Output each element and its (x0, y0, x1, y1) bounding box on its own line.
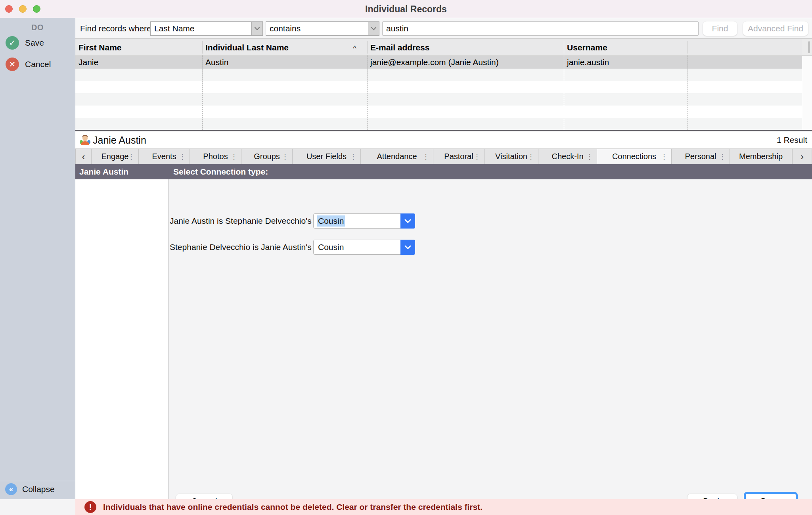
table-scroll-corner (802, 38, 812, 56)
tab-label: Personal (685, 152, 716, 161)
table-row-empty (75, 118, 802, 130)
tab-label: Groups (254, 152, 280, 161)
connection-type-combo-2[interactable]: Cousin (313, 240, 415, 255)
tab-label: Check-In (552, 152, 583, 161)
record-tab-bar: ‹ Engage⋮ Events⋮ Photos⋮ Groups⋮ User F… (75, 149, 812, 164)
sidebar-item-cancel[interactable]: ✕ Cancel (0, 54, 75, 75)
column-header-first-name[interactable]: First Name (75, 39, 202, 56)
tab-user-fields[interactable]: User Fields⋮ (293, 149, 361, 164)
tab-label: Engage (102, 152, 129, 161)
find-bar: Find records where Last Name contains Fi… (75, 18, 812, 38)
tab-label: User Fields (306, 152, 347, 161)
tab-menu-icon[interactable]: ⋮ (586, 152, 593, 161)
tab-menu-icon[interactable]: ⋮ (230, 152, 237, 161)
tab-label: Events (152, 152, 176, 161)
tab-menu-icon[interactable]: ⋮ (527, 152, 534, 161)
find-button[interactable]: Find (703, 21, 737, 36)
tabs-scroll-left-button[interactable]: ‹ (75, 149, 92, 164)
alert-icon: ! (84, 501, 96, 513)
tab-check-in[interactable]: Check-In⋮ (538, 149, 597, 164)
cell-username: janie.austin (564, 56, 687, 69)
cancel-label: Cancel (25, 60, 51, 69)
chevron-down-icon[interactable] (400, 240, 415, 255)
section-bar: Janie Austin Select Connection type: (75, 164, 812, 179)
table-row-empty (75, 81, 802, 93)
tab-photos[interactable]: Photos⋮ (190, 149, 241, 164)
column-header-last-name[interactable]: Individual Last Name (202, 39, 353, 56)
save-label: Save (25, 38, 44, 48)
find-records-where-label: Find records where (80, 18, 151, 38)
table-row-selected[interactable]: Janie Austin janie@example.com (Janie Au… (75, 56, 802, 69)
status-bar: ! Individuals that have online credentia… (75, 499, 812, 515)
table-row-empty (75, 93, 802, 106)
connection-type-value-2: Cousin (317, 242, 345, 253)
window-titlebar: Individual Records (0, 0, 812, 18)
tab-label: Membership (739, 152, 783, 161)
status-message: Individuals that have online credentials… (103, 502, 483, 512)
cancel-x-icon: ✕ (6, 58, 19, 71)
tab-menu-icon[interactable]: ⋮ (719, 152, 726, 161)
double-chevron-left-icon: « (5, 483, 17, 495)
tab-label: Pastoral (444, 152, 473, 161)
column-header-username[interactable]: Username (564, 39, 687, 56)
tab-menu-icon[interactable]: ⋮ (473, 152, 481, 161)
connection-type-value-1: Cousin (317, 215, 345, 227)
section-title: Select Connection type: (173, 164, 268, 179)
column-header-empty[interactable] (687, 39, 802, 56)
tab-visitation[interactable]: Visitation⋮ (485, 149, 538, 164)
connections-list-panel (75, 179, 169, 499)
results-table: First Name Individual Last Name ^ E-mail… (75, 38, 812, 131)
tab-menu-icon[interactable]: ⋮ (282, 152, 289, 161)
tab-pastoral[interactable]: Pastoral⋮ (433, 149, 485, 164)
advanced-find-button[interactable]: Advanced Find (743, 21, 808, 36)
section-record-name: Janie Austin (79, 164, 128, 179)
tab-label: Attendance (377, 152, 417, 161)
table-vertical-scrollbar[interactable] (802, 56, 812, 130)
find-operator-value: contains (266, 24, 368, 33)
find-field-value: Last Name (151, 24, 251, 33)
sidebar: DO ✓ Save ✕ Cancel (0, 18, 75, 499)
tabs-scroll-right-button[interactable]: › (792, 149, 812, 164)
chevron-down-icon (368, 22, 379, 35)
result-count: 1 Result (777, 131, 807, 149)
tab-menu-icon[interactable]: ⋮ (661, 152, 668, 161)
chevron-down-icon[interactable] (400, 213, 415, 229)
save-check-icon: ✓ (6, 36, 19, 50)
find-field-select[interactable]: Last Name (150, 21, 263, 36)
tab-membership[interactable]: Membership (730, 149, 792, 164)
connection-row-2: Stephanie Delvecchio is Janie Austin's C… (170, 240, 415, 255)
cell-first-name: Janie (75, 56, 202, 69)
tab-menu-icon[interactable]: ⋮ (350, 152, 357, 161)
tab-menu-icon[interactable]: ⋮ (128, 152, 135, 161)
search-input[interactable] (382, 21, 699, 36)
tab-attendance[interactable]: Attendance⋮ (361, 149, 433, 164)
tab-groups[interactable]: Groups⋮ (241, 149, 293, 164)
record-name: Janie Austin (93, 131, 146, 149)
find-operator-select[interactable]: contains (266, 21, 379, 36)
tab-personal[interactable]: Personal⋮ (672, 149, 730, 164)
tab-label: Connections (612, 152, 656, 161)
window-title: Individual Records (0, 0, 812, 18)
collapse-label: Collapse (22, 484, 55, 494)
sidebar-header: DO (0, 18, 75, 32)
tab-engage[interactable]: Engage⋮ (92, 149, 139, 164)
connection-type-combo-1[interactable]: Cousin (313, 213, 415, 229)
person-icon (79, 135, 91, 146)
tab-menu-icon[interactable]: ⋮ (422, 152, 429, 161)
connections-content: Janie Austin is Stephanie Delvecchio's C… (75, 179, 812, 499)
connection-label-2: Stephanie Delvecchio is Janie Austin's (170, 242, 313, 252)
connection-row-1: Janie Austin is Stephanie Delvecchio's C… (170, 213, 415, 229)
tab-label: Visitation (495, 152, 527, 161)
sort-ascending-icon: ^ (353, 39, 356, 56)
tab-menu-icon[interactable]: ⋮ (179, 152, 186, 161)
chevron-down-icon (251, 22, 262, 35)
tab-events[interactable]: Events⋮ (139, 149, 190, 164)
main-area: Find records where Last Name contains Fi… (75, 18, 812, 515)
sidebar-item-save[interactable]: ✓ Save (0, 32, 75, 54)
tab-connections[interactable]: Connections⋮ (597, 149, 672, 164)
collapse-button[interactable]: « Collapse (0, 481, 75, 497)
table-header-row: First Name Individual Last Name ^ E-mail… (75, 38, 802, 56)
cell-email: janie@example.com (Janie Austin) (367, 56, 564, 69)
column-header-email[interactable]: E-mail address (367, 39, 564, 56)
tab-label: Photos (203, 152, 228, 161)
